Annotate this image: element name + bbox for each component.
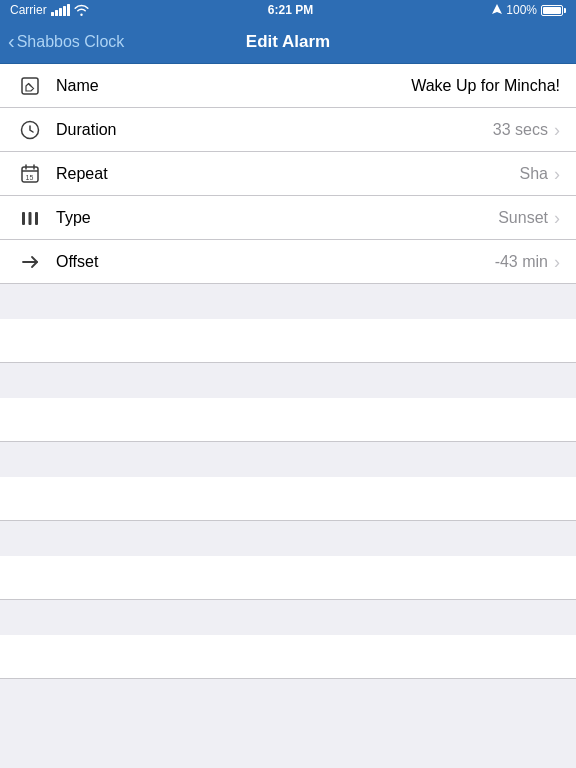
empty-row-4: [0, 556, 576, 600]
offset-row[interactable]: Offset -43 min ›: [0, 240, 576, 284]
section-gap-3: [0, 442, 576, 477]
section-gap-1: [0, 284, 576, 319]
offset-value: -43 min: [495, 253, 548, 271]
type-row[interactable]: Type Sunset ›: [0, 196, 576, 240]
duration-chevron-icon: ›: [554, 121, 560, 139]
status-time: 6:21 PM: [268, 3, 313, 17]
name-row[interactable]: Name Wake Up for Mincha!: [0, 64, 576, 108]
repeat-label: Repeat: [56, 165, 520, 183]
duration-value: 33 secs: [493, 121, 548, 139]
duration-icon: [16, 119, 44, 141]
back-chevron-icon: ‹: [8, 31, 15, 51]
status-bar: Carrier 6:21 PM 100%: [0, 0, 576, 20]
repeat-chevron-icon: ›: [554, 165, 560, 183]
repeat-value: Sha: [520, 165, 548, 183]
nav-back-button[interactable]: ‹ Shabbos Clock: [8, 32, 124, 51]
battery-icon: [541, 5, 566, 16]
status-left: Carrier: [10, 3, 89, 17]
name-value: Wake Up for Mincha!: [411, 77, 560, 95]
section-gap-6: [0, 679, 576, 714]
offset-chevron-icon: ›: [554, 253, 560, 271]
type-chevron-icon: ›: [554, 209, 560, 227]
svg-rect-4: [22, 212, 25, 225]
wifi-icon: [74, 4, 89, 16]
svg-text:15: 15: [26, 174, 34, 181]
repeat-row[interactable]: 15 Repeat Sha ›: [0, 152, 576, 196]
table-view: Name Wake Up for Mincha! Duration 33 sec…: [0, 64, 576, 714]
battery-percent: 100%: [506, 3, 537, 17]
carrier-label: Carrier: [10, 3, 47, 17]
status-right: 100%: [492, 3, 566, 17]
location-icon: [492, 4, 502, 16]
duration-row[interactable]: Duration 33 secs ›: [0, 108, 576, 152]
section-gap-5: [0, 600, 576, 635]
empty-row-2: [0, 398, 576, 442]
name-label: Name: [56, 77, 407, 95]
type-label: Type: [56, 209, 498, 227]
nav-title: Edit Alarm: [246, 32, 330, 52]
nav-bar: ‹ Shabbos Clock Edit Alarm: [0, 20, 576, 64]
back-label: Shabbos Clock: [17, 33, 125, 51]
section-gap-4: [0, 521, 576, 556]
section-gap-2: [0, 363, 576, 398]
duration-label: Duration: [56, 121, 493, 139]
type-value: Sunset: [498, 209, 548, 227]
repeat-icon: 15: [16, 163, 44, 185]
empty-row-3: [0, 477, 576, 521]
offset-label: Offset: [56, 253, 495, 271]
svg-rect-6: [35, 212, 38, 225]
type-icon: [16, 207, 44, 229]
empty-row-5: [0, 635, 576, 679]
signal-icon: [51, 4, 70, 16]
offset-icon: [16, 251, 44, 273]
empty-row-1: [0, 319, 576, 363]
name-icon: [16, 75, 44, 97]
svg-rect-5: [29, 212, 32, 225]
